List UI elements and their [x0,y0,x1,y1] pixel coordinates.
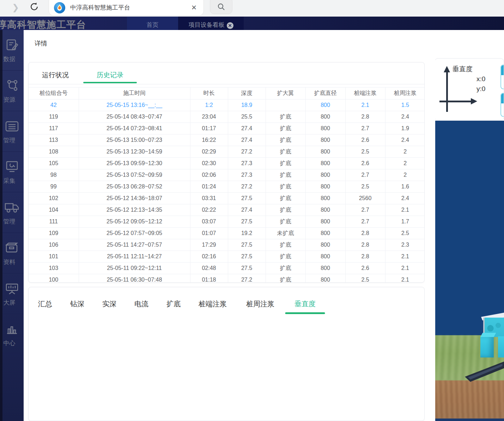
sidebar-item-3[interactable]: 采集 [0,152,24,192]
table-row[interactable]: 11125-05-12 09:05~12:1203:0727.5扩底8002.7… [29,216,425,228]
table-cell: 2.1 [385,263,425,274]
table-cell: 2.7 [345,123,385,134]
table-row[interactable]: 10825-05-13 12:30~14:5902:2927.2扩底8002.5… [29,146,425,158]
table-cell: 800 [305,193,345,204]
table-cell: 27.5 [228,263,266,274]
table-row[interactable]: 10925-05-12 07:57~09:0501:0719.2未扩底8002.… [29,228,425,239]
table-cell: 2.8 [345,228,385,239]
table-cell: 1.6 [385,181,425,193]
table-row[interactable]: 11925-05-14 08:43~07:4723:0425.5扩底8002.8… [29,111,425,123]
table-row[interactable]: 10525-05-13 09:59~12:3002:3027.3扩底8002.6… [29,158,425,169]
table-cell: 扩底 [266,146,305,158]
metric-tab-1[interactable]: 钻深 [70,294,84,314]
table-row[interactable]: 10625-05-11 14:27~07:5717:2927.5扩底8002.8… [29,239,425,251]
table-cell: 800 [305,204,345,216]
sidebar-item-1[interactable]: 资源 [0,71,24,111]
table-cell: 扩底 [266,263,305,274]
table-cell: 108 [29,146,79,158]
table-cell: 25-05-12 09:05~12:12 [79,216,190,228]
tab-home[interactable]: 首页 [127,17,178,30]
table-cell: 27.5 [228,216,266,228]
browser-toolbar: ❯ 中淳高科智慧施工平台 ✕ [0,0,504,17]
table-cell: 25-05-12 07:57~09:05 [79,228,190,239]
table-cell: 2 [385,169,425,181]
table-cell: 1.5 [385,100,425,111]
table-cell: 106 [29,239,79,251]
table-cell: 27.5 [228,239,266,251]
scene-dirt [435,380,504,419]
table-cell: 25-05-13 12:30~14:59 [79,146,190,158]
table-cell: 25-05-14 08:43~07:47 [79,111,190,123]
folder-list-icon [4,119,20,133]
table-cell: 2.5 [345,146,385,158]
table-row[interactable]: 10325-05-11 09:22~12:1102:4827.5扩底8002.6… [29,263,425,274]
detail-modal: 详情 运行状况 历史记录 桩位组合号施工时间时长深度扩大翼扩底直径桩端注浆桩周注… [24,30,504,421]
table-row[interactable]: 10425-05-12 12:13~14:3502:2227.4扩底8002.7… [29,204,425,216]
tab-project-device-board[interactable]: 项目设备看板 ✕ [178,17,244,30]
table-cell: 扩底 [266,239,305,251]
forward-icon[interactable]: ❯ [11,2,20,13]
sidebar-item-7[interactable]: 中心 [0,314,24,355]
metric-tab-6[interactable]: 桩周注浆 [246,294,274,314]
tab-running-status[interactable]: 运行状况 [35,67,76,83]
sidebar-item-label: 采集 [4,177,16,185]
table-cell: 27.5 [228,193,266,204]
table-cell: 1:2 [190,100,228,111]
status-mini-card[interactable] [500,93,504,117]
table-cell: 800 [305,228,345,239]
tab-close-icon[interactable]: ✕ [189,3,199,12]
table-cell: 101 [29,251,79,263]
table-row[interactable]: 10125-05-11 12:11~14:2702:1627.5扩底8002.8… [29,251,425,263]
sidebar-item-5[interactable]: 资料 [0,233,24,273]
column-header: 扩底直径 [305,88,345,100]
table-cell: 102 [29,193,79,204]
metric-tab-2[interactable]: 实深 [102,294,116,314]
sidebar-item-2[interactable]: 管理 [0,111,24,152]
table-cell: 2.1 [385,251,425,263]
table-cell: 扩底 [266,193,305,204]
table-row[interactable]: 11725-05-14 07:23~08:4101:1727.4扩底8002.7… [29,123,425,134]
history-card: 运行状况 历史记录 桩位组合号施工时间时长深度扩大翼扩底直径桩端注浆桩周注浆 4… [28,62,425,283]
site-logo-icon [54,2,65,13]
table-cell: 27.2 [228,146,266,158]
table-cell: 扩底 [266,134,305,146]
table-row[interactable]: 11325-05-13 15:00~07:2316:2227.4扩底8002.6… [29,134,425,146]
table-cell: 800 [305,274,345,283]
table-body: 4225-05-15 13:16~__:__1:218.98002.11.511… [29,100,425,283]
refresh-icon[interactable] [29,1,40,13]
metric-chart-area [29,315,424,421]
metric-tabs: 汇总钻深实深电流扩底桩端注浆桩周注浆垂直度 [29,287,424,315]
table-cell: 25-05-13 06:28~07:52 [79,181,190,193]
table-cell: 2.1 [345,100,385,111]
table-row[interactable]: 9925-05-13 06:28~07:5201:2427.2扩底8002.51… [29,181,425,193]
table-cell: 800 [305,100,345,111]
table-row[interactable]: 10225-05-12 14:36~18:0703:3127.5扩底800256… [29,193,425,204]
table-cell: 扩底 [266,204,305,216]
table-cell: 01:17 [190,123,228,134]
scene-3d-view[interactable] [435,121,504,421]
status-mini-card[interactable] [500,65,504,89]
sidebar-item-4[interactable]: 管理 [0,192,24,233]
table-row[interactable]: 10025-05-11 06:30~07:4801:1827.2扩底8002.5… [29,274,425,283]
metric-tab-0[interactable]: 汇总 [38,294,52,314]
table-row[interactable]: 9825-05-13 07:52~09:5902:0627.3扩底8002.72 [29,169,425,181]
sidebar-item-0[interactable]: 数据 [0,30,24,71]
browser-tab[interactable]: 中淳高科智慧施工平台 ✕ [49,0,204,16]
verticality-card: 垂直度 x:0 y:0 [435,58,504,121]
metric-tab-7[interactable]: 垂直度 [294,294,316,314]
table-cell: 02:30 [190,158,228,169]
metric-tab-4[interactable]: 扩底 [166,294,181,314]
table-cell: 未扩底 [266,228,305,239]
table-cell: 1.7 [385,216,425,228]
search-button[interactable] [210,0,232,14]
sidebar-item-6[interactable]: 大屏 [0,273,24,314]
table-cell: 25-05-11 09:22~12:11 [79,263,190,274]
table-cell: 27.4 [228,204,266,216]
metric-tab-3[interactable]: 电流 [134,294,148,314]
table-row[interactable]: 4225-05-15 13:16~__:__1:218.98002.11.5 [29,100,425,111]
table-cell: 2.7 [345,169,385,181]
tab-close-circle-icon[interactable]: ✕ [227,22,233,29]
tab-history-records[interactable]: 历史记录 [83,67,137,83]
table-cell: 2.8 [345,251,385,263]
metric-tab-5[interactable]: 桩端注浆 [199,294,227,314]
